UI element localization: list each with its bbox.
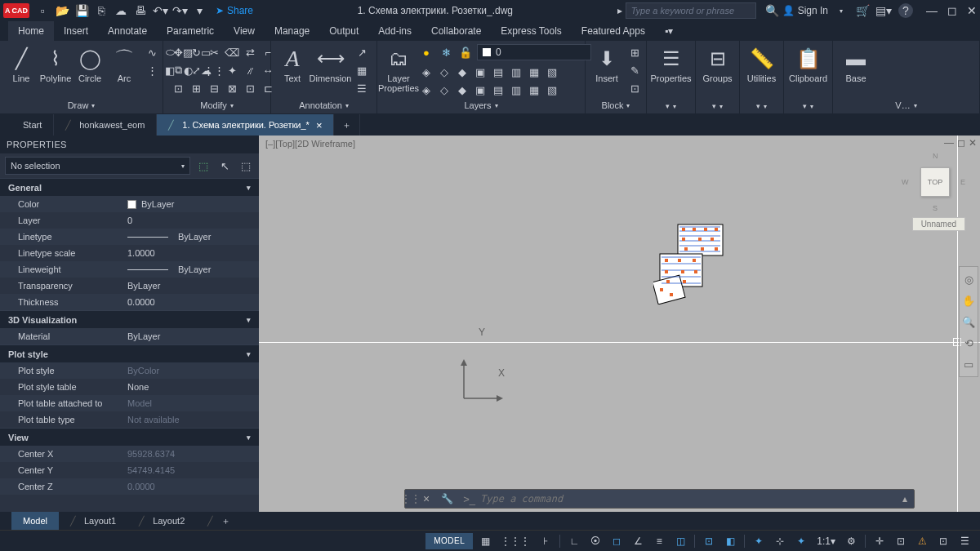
hw-icon[interactable]: ⚠: [913, 533, 931, 549]
qat-more-icon[interactable]: ▾: [193, 4, 206, 17]
clipboard-button[interactable]: 📋Clipboard: [791, 44, 826, 85]
prop-value[interactable]: 54749.4145: [122, 465, 259, 475]
close-icon[interactable]: ✕: [967, 4, 977, 17]
prop-value[interactable]: ByLayer: [122, 264, 259, 274]
prop-value[interactable]: ByLayer: [122, 232, 259, 242]
ls9-icon[interactable]: ◈: [418, 82, 434, 98]
ls14-icon[interactable]: ▥: [508, 82, 524, 98]
prop-row[interactable]: Thickness0.0000: [0, 294, 259, 310]
prop-row[interactable]: Plot style tableNone: [0, 379, 259, 395]
infer-icon[interactable]: ⊦: [537, 533, 555, 549]
ls7-icon[interactable]: ▦: [526, 64, 542, 80]
leader-icon[interactable]: ↗: [354, 44, 370, 60]
trim-icon[interactable]: ✂: [206, 44, 222, 60]
ls3-icon[interactable]: ◆: [454, 64, 470, 80]
utilities-button[interactable]: 📏Utilities: [746, 44, 777, 85]
array-icon[interactable]: ⋮⋮: [206, 62, 222, 78]
nav-show-icon[interactable]: ▭: [961, 357, 976, 371]
prop-value[interactable]: 0.0000: [122, 297, 259, 307]
ls6-icon[interactable]: ▥: [508, 64, 524, 80]
nav-orbit-icon[interactable]: ⟲: [961, 335, 976, 350]
save-icon[interactable]: 💾: [75, 4, 88, 17]
command-line[interactable]: ⋮⋮ × 🔧 >_ ▴: [404, 489, 915, 509]
osnap-icon[interactable]: ◻: [608, 533, 626, 549]
lock-icon[interactable]: 🔓: [457, 44, 474, 60]
ls4-icon[interactable]: ▣: [472, 64, 488, 80]
menu-home[interactable]: Home: [8, 21, 54, 41]
vc-max-icon[interactable]: ◻: [957, 137, 965, 149]
prop-row[interactable]: Layer0: [0, 212, 259, 229]
menu-express[interactable]: Express Tools: [491, 21, 571, 41]
panel-clipboard-label[interactable]: ▾: [791, 100, 826, 112]
panel-utilities-label[interactable]: ▾: [746, 100, 777, 112]
saveas-icon[interactable]: ⎘: [95, 4, 108, 17]
mirror-icon[interactable]: ⇄: [242, 44, 258, 60]
cycle-icon[interactable]: ◧: [721, 533, 739, 549]
menu-insert[interactable]: Insert: [54, 21, 98, 41]
cmd-recent-icon[interactable]: ▴: [896, 493, 914, 504]
ls2-icon[interactable]: ◇: [436, 64, 452, 80]
iso-icon[interactable]: ✛: [871, 533, 889, 549]
search-icon[interactable]: 🔍: [766, 4, 779, 17]
quickselect-icon[interactable]: ⬚: [195, 158, 212, 174]
custom-icon[interactable]: ☰: [956, 533, 973, 549]
prop-row[interactable]: Plot table attached toModel: [0, 395, 259, 411]
text-button[interactable]: AText: [278, 44, 307, 85]
panel-layers-label[interactable]: Layers: [384, 99, 578, 112]
nav-wheel-icon[interactable]: ◎: [961, 272, 976, 287]
circle-button[interactable]: ◯Circle: [75, 44, 105, 85]
ls10-icon[interactable]: ◇: [436, 82, 452, 98]
anno-scale[interactable]: 1:1▾: [813, 533, 839, 549]
polyline-button[interactable]: ⌇Polyline: [41, 44, 70, 85]
m4-icon[interactable]: ⊠: [224, 80, 240, 96]
polar-icon[interactable]: ⦿: [586, 533, 604, 549]
status-model[interactable]: MODEL: [425, 533, 473, 549]
pickadd-icon[interactable]: ↖: [216, 158, 233, 174]
ucs-icon[interactable]: Y X: [457, 356, 506, 407]
sc-icon[interactable]: ⊡: [700, 533, 718, 549]
prop-value[interactable]: Model: [122, 398, 259, 408]
spline-icon[interactable]: ∿: [144, 44, 160, 60]
cmd-input[interactable]: [480, 493, 896, 504]
drawing-canvas[interactable]: [–][Top][2D Wireframe] — ◻ ✕ Y X N S E W…: [259, 136, 980, 512]
qs-icon[interactable]: ✦: [792, 533, 810, 549]
base-button[interactable]: ▬Base: [840, 44, 872, 85]
grid-icon[interactable]: ▦: [476, 533, 494, 549]
move-icon[interactable]: ✥: [170, 44, 186, 60]
prop-row[interactable]: MaterialByLayer: [0, 328, 259, 344]
pt-icon[interactable]: ⋮: [144, 62, 160, 78]
bulb-icon[interactable]: ●: [418, 44, 434, 60]
insert-button[interactable]: ⬇Insert: [592, 44, 621, 85]
viewcube[interactable]: N S E W TOP: [906, 153, 964, 211]
section-3d-visualization[interactable]: 3D Visualization▾: [0, 310, 259, 328]
m5-icon[interactable]: ⊡: [242, 80, 258, 96]
dimension-button[interactable]: ⟷Dimension: [312, 44, 349, 85]
apps-icon[interactable]: ▤▾: [877, 4, 890, 17]
b2-icon[interactable]: ✎: [626, 62, 643, 78]
search-input[interactable]: Type a keyword or phrase: [626, 2, 756, 19]
3dosnap-icon[interactable]: ✦: [750, 533, 768, 549]
freeze-icon[interactable]: ❄: [438, 44, 454, 60]
groups-button[interactable]: ⊟Groups: [702, 44, 733, 85]
cmd-close-icon[interactable]: ×: [416, 492, 436, 505]
vc-min-icon[interactable]: —: [944, 137, 954, 149]
snap-icon[interactable]: ⋮⋮⋮: [497, 533, 533, 549]
open-icon[interactable]: 📂: [56, 4, 69, 17]
layout-model[interactable]: Model: [11, 512, 59, 530]
layer-combo[interactable]: 0: [477, 44, 591, 60]
b1-icon[interactable]: ⊞: [626, 44, 643, 60]
ls5-icon[interactable]: ▤: [490, 64, 506, 80]
arc-button[interactable]: ⌒Arc: [109, 44, 139, 85]
otrack-icon[interactable]: ∠: [629, 533, 647, 549]
prop-row[interactable]: Plot table typeNot available: [0, 411, 259, 428]
prop-row[interactable]: Center Y54749.4145: [0, 462, 259, 478]
lineweight-icon[interactable]: ≡: [650, 533, 668, 549]
doctab-start[interactable]: Start: [11, 114, 54, 136]
layout-add[interactable]: ╱＋: [196, 512, 242, 530]
doctab-add[interactable]: ＋: [334, 114, 360, 136]
ws-icon[interactable]: ⊡: [892, 533, 910, 549]
nav-zoom-icon[interactable]: 🔍: [961, 314, 976, 329]
cart-icon[interactable]: 🛒: [856, 4, 869, 17]
web-icon[interactable]: ☁: [114, 4, 127, 17]
selectobj-icon[interactable]: ⬚: [238, 158, 254, 174]
